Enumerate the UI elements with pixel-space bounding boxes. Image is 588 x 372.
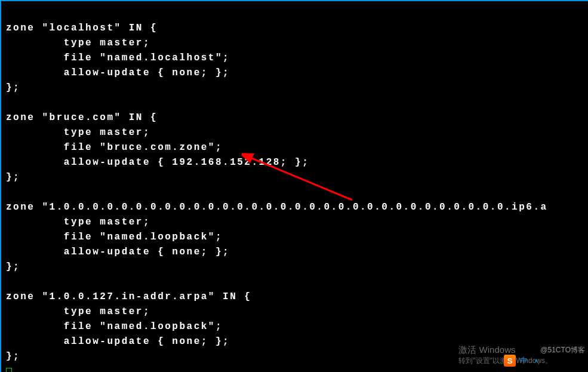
ime-mode-icon[interactable]: 中 [518,355,529,367]
code-line: zone "localhost" IN { [6,23,158,33]
code-line: zone "bruce.com" IN { [6,112,158,123]
code-line: zone "1.0.0.0.0.0.0.0.0.0.0.0.0.0.0.0.0.… [6,202,548,213]
code-line: allow-update { 192.168.152.128; }; [6,157,309,168]
terminal-cursor [6,368,12,372]
code-line: }; [6,172,20,183]
blog-watermark: @51CTO博客 [540,345,585,355]
code-line: }; [6,262,20,272]
code-line: file "bruce.com.zone"; [6,142,223,153]
code-line: file "named.loopback"; [6,232,223,242]
ime-toolbar[interactable]: S 中 •, [504,354,543,367]
ime-punct-icon[interactable]: •, [531,355,543,367]
code-line: type master; [6,38,150,48]
code-line: allow-update { none; }; [6,336,230,347]
code-line: type master; [6,217,150,227]
code-line: }; [6,351,20,362]
code-line: allow-update { none; }; [6,247,230,257]
code-line: type master; [6,127,150,138]
code-line: allow-update { none; }; [6,67,230,78]
code-line: type master; [6,306,150,317]
terminal-output[interactable]: zone "localhost" IN { type master; file … [0,0,588,372]
code-line: zone "1.0.0.127.in-addr.arpa" IN { [6,291,251,302]
code-line: }; [6,82,20,93]
code-line: file "named.loopback"; [6,321,223,332]
ime-logo-icon[interactable]: S [504,355,516,367]
code-line: file "named.localhost"; [6,53,230,63]
